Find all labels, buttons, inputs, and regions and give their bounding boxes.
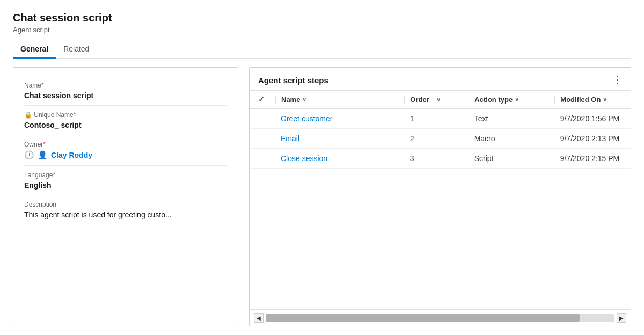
th-name[interactable]: Name ∨	[275, 96, 404, 104]
td-name-2: Close session	[275, 154, 405, 163]
steps-header: Agent script steps ⋮	[250, 68, 631, 91]
field-owner: Owner* 🕐 👤 Clay Roddy	[24, 135, 227, 166]
table-row: Greet customer 1 Text 9/7/2020 1:56 PM	[250, 109, 631, 129]
required-marker-owner: *	[43, 141, 46, 148]
required-marker-unique: *	[74, 111, 76, 119]
field-name: Name* Chat session script	[24, 76, 227, 106]
td-order-1: 2	[405, 134, 469, 143]
more-options-button[interactable]: ⋮	[612, 75, 622, 85]
sort-modified-icon: ∨	[603, 96, 607, 103]
label-unique-name: 🔒 Unique Name*	[24, 111, 227, 119]
table-row: Email 2 Macro 9/7/2020 2:13 PM	[250, 129, 631, 149]
link-email[interactable]: Email	[281, 134, 299, 143]
field-description: Description This agent script is used fo…	[24, 195, 227, 224]
scroll-left-button[interactable]: ◀	[254, 313, 264, 323]
th-check: ✓	[258, 95, 275, 104]
table-row: Close session 3 Script 9/7/2020 2:15 PM	[250, 149, 631, 169]
tab-general[interactable]: General	[13, 40, 56, 59]
lock-icon: 🔒	[24, 111, 34, 119]
owner-row: 🕐 👤 Clay Roddy	[24, 150, 227, 160]
value-owner[interactable]: Clay Roddy	[51, 151, 92, 159]
label-description: Description	[24, 201, 227, 208]
td-name-0: Greet customer	[275, 114, 405, 123]
td-action-1: Macro	[469, 134, 555, 143]
table-header: ✓ Name ∨ Order ↑ ∨ Action type ∨	[250, 91, 631, 109]
field-unique-name: 🔒 Unique Name* Contoso_ script	[24, 106, 227, 135]
required-marker-name: *	[41, 82, 44, 89]
table-body: Greet customer 1 Text 9/7/2020 1:56 PM E…	[250, 109, 631, 309]
clock-icon: 🕐	[24, 150, 34, 160]
tab-related[interactable]: Related	[56, 40, 97, 59]
label-language: Language*	[24, 171, 227, 179]
th-order[interactable]: Order ↑ ∨	[404, 96, 469, 104]
th-action-type[interactable]: Action type ∨	[469, 96, 554, 104]
td-action-2: Script	[469, 154, 555, 163]
steps-title: Agent script steps	[258, 76, 328, 85]
th-modified-on[interactable]: Modified On ∨	[554, 96, 622, 104]
th-name-label: Name	[281, 96, 300, 104]
value-unique-name: Contoso_ script	[24, 121, 227, 129]
scroll-track[interactable]	[266, 314, 614, 322]
value-description: This agent script is used for greeting c…	[24, 210, 227, 219]
th-order-label: Order	[410, 96, 429, 104]
sort-action-icon: ∨	[515, 96, 519, 103]
field-language: Language* English	[24, 166, 227, 195]
td-modified-0: 9/7/2020 1:56 PM	[555, 114, 622, 123]
value-language: English	[24, 181, 227, 190]
form-panel: Name* Chat session script 🔒 Unique Name*…	[13, 67, 238, 326]
link-close-session[interactable]: Close session	[281, 154, 327, 163]
td-order-0: 1	[405, 114, 469, 123]
th-modified-label: Modified On	[560, 96, 601, 104]
sort-name-desc-icon: ∨	[302, 96, 306, 103]
page-header: Chat session script Agent script	[13, 11, 631, 34]
checkmark-icon: ✓	[258, 95, 265, 104]
page-container: Chat session script Agent script General…	[0, 0, 644, 335]
sort-order-desc-icon: ∨	[436, 96, 441, 103]
scroll-thumb	[266, 314, 580, 322]
th-action-label: Action type	[474, 96, 513, 104]
steps-panel: Agent script steps ⋮ ✓ Name ∨ Order ↑	[249, 67, 631, 326]
tabs-bar: General Related	[13, 40, 631, 59]
td-order-2: 3	[405, 154, 469, 163]
td-modified-2: 9/7/2020 2:15 PM	[555, 154, 622, 163]
page-subtitle: Agent script	[13, 26, 631, 34]
td-modified-1: 9/7/2020 2:13 PM	[555, 134, 622, 143]
sort-order-asc-icon: ↑	[431, 96, 435, 103]
required-marker-language: *	[53, 171, 55, 179]
link-greet-customer[interactable]: Greet customer	[281, 114, 332, 123]
page-title: Chat session script	[13, 11, 631, 25]
scroll-right-button[interactable]: ▶	[617, 313, 626, 323]
person-icon: 👤	[38, 150, 48, 160]
horizontal-scrollbar[interactable]: ◀ ▶	[250, 309, 631, 326]
value-name: Chat session script	[24, 91, 227, 100]
td-name-1: Email	[275, 134, 405, 143]
td-action-0: Text	[469, 114, 555, 123]
steps-table: ✓ Name ∨ Order ↑ ∨ Action type ∨	[250, 91, 631, 326]
label-owner: Owner*	[24, 141, 227, 148]
label-name: Name*	[24, 82, 227, 89]
content-area: Name* Chat session script 🔒 Unique Name*…	[13, 67, 631, 326]
